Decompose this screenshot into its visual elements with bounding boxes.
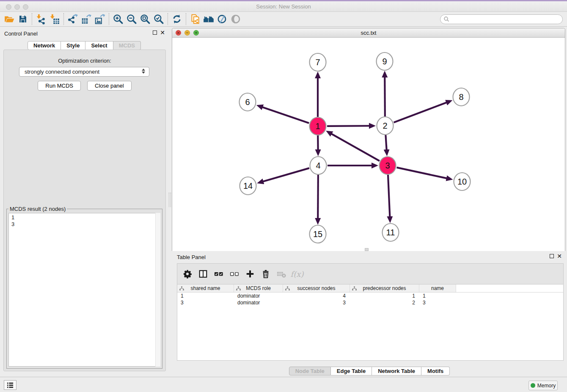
console-button[interactable] <box>4 380 17 390</box>
graph-node-label-1: 1 <box>315 121 320 131</box>
optimization-dropdown[interactable]: strongly connected component <box>19 67 149 77</box>
graph-node-label-14: 14 <box>243 181 253 190</box>
table-cell[interactable]: 2 <box>350 299 419 306</box>
table-cell[interactable]: 1 <box>350 293 419 299</box>
graph-edge-2-8[interactable] <box>394 102 447 123</box>
zoom-selected-icon[interactable] <box>152 13 165 25</box>
zoom-fit-icon[interactable] <box>138 13 152 25</box>
table-container: f(x) shared nameMCDS rolesuccessor nodes… <box>177 263 564 361</box>
close-table-panel-icon[interactable]: ✕ <box>557 254 562 258</box>
eye-disabled-icon[interactable] <box>229 13 242 25</box>
zoom-in-icon[interactable] <box>111 13 125 25</box>
select-all-icon[interactable] <box>213 268 225 280</box>
table-cell[interactable]: 3 <box>177 299 234 306</box>
close-panel-icon[interactable]: ✕ <box>160 30 165 35</box>
float-table-panel-icon[interactable] <box>550 254 554 258</box>
tab-network[interactable]: Network <box>28 41 61 50</box>
toolbar-separator <box>168 13 168 25</box>
table-row[interactable]: 1dominator411 <box>177 293 563 299</box>
toolbar-separator <box>109 13 109 25</box>
toolbar-separator <box>186 13 186 25</box>
save-session-icon[interactable] <box>16 13 30 25</box>
tab-style[interactable]: Style <box>61 41 85 50</box>
control-panel-title: Control Panel <box>4 30 38 37</box>
column-header-predecessor-nodes[interactable]: predecessor nodes <box>350 284 419 292</box>
tab-edge-table[interactable]: Edge Table <box>331 367 372 375</box>
table-row[interactable]: 3dominator323 <box>177 299 563 306</box>
graph-edge-4-15[interactable] <box>318 175 318 219</box>
column-header-name[interactable]: name <box>419 284 456 292</box>
tab-select[interactable]: Select <box>85 41 113 50</box>
graph-edge-3-11[interactable] <box>388 175 390 217</box>
deselect-all-icon[interactable] <box>228 268 240 280</box>
graph-node-label-15: 15 <box>313 229 322 239</box>
close-panel-button[interactable]: Close panel <box>87 81 132 91</box>
graph-edge-2-3[interactable] <box>385 135 386 150</box>
open-session-icon[interactable] <box>3 13 16 25</box>
import-network-icon[interactable] <box>34 13 48 25</box>
graph-edge-1-6[interactable] <box>262 107 309 123</box>
table-cell[interactable]: 3 <box>283 299 350 306</box>
column-layout-icon[interactable] <box>197 268 209 280</box>
export-table-icon[interactable] <box>80 13 93 25</box>
dropdown-value: strongly connected component <box>25 69 99 75</box>
mcds-result-text[interactable]: 1 3 <box>8 213 160 367</box>
zoom-out-icon[interactable] <box>125 13 138 25</box>
memory-status-icon <box>531 383 535 388</box>
graph-node-label-2: 2 <box>383 121 387 130</box>
tab-mcds[interactable]: MCDS <box>113 41 141 50</box>
memory-button[interactable]: Memory <box>528 381 558 390</box>
search-box[interactable] <box>440 14 563 24</box>
optimization-label: Optimization criterion: <box>4 58 165 64</box>
column-flow-icon <box>285 286 290 292</box>
network-window: scc.txt 1234678910111415 <box>172 28 565 251</box>
result-scrollbar[interactable] <box>155 213 160 367</box>
import-table-icon[interactable] <box>48 13 61 25</box>
export-image-icon[interactable] <box>93 13 107 25</box>
graph-edge-3-10[interactable] <box>397 168 447 179</box>
table-cell[interactable]: 3 <box>419 299 456 306</box>
add-column-icon[interactable] <box>244 268 256 280</box>
table-cell[interactable]: dominator <box>234 299 283 306</box>
float-panel-icon[interactable] <box>153 30 157 35</box>
column-header-MCDS-role[interactable]: MCDS role <box>234 284 283 292</box>
chevron-updown-icon <box>142 69 145 74</box>
network-canvas[interactable]: 1234678910111415 <box>172 38 565 251</box>
column-label: MCDS role <box>246 285 271 291</box>
table-panel-title: Table Panel <box>177 254 206 260</box>
graph-edge-3-1[interactable] <box>331 134 379 161</box>
network-titlebar[interactable]: scc.txt <box>172 28 565 38</box>
table-cell[interactable]: 1 <box>177 293 234 299</box>
style-circle-icon[interactable] <box>215 13 229 25</box>
app-titlebar: Session: New Session <box>0 1 567 12</box>
graph-edge-4-14[interactable] <box>263 168 309 182</box>
graph-edge-2-9[interactable] <box>385 77 385 116</box>
column-header-shared-name[interactable]: shared name <box>177 284 234 292</box>
table-cell[interactable]: 1 <box>419 293 456 299</box>
table-toolbar: f(x) <box>177 264 563 284</box>
copy-network-icon[interactable] <box>188 13 202 25</box>
home-neighbors-icon[interactable] <box>202 13 215 25</box>
delete-column-icon[interactable] <box>260 268 272 280</box>
table-tabs: Node TableEdge TableNetwork TableMotifs <box>172 367 567 375</box>
tab-motifs[interactable]: Motifs <box>421 367 450 375</box>
graph-node-label-8: 8 <box>459 92 463 102</box>
resize-handle[interactable] <box>365 248 369 251</box>
table-cell[interactable]: dominator <box>234 293 283 299</box>
tab-node-table[interactable]: Node Table <box>289 367 331 375</box>
splitter-handle[interactable] <box>169 193 171 207</box>
export-network-icon[interactable] <box>66 13 80 25</box>
tab-network-table[interactable]: Network Table <box>372 367 421 375</box>
search-input[interactable] <box>451 15 562 23</box>
column-header-successor-nodes[interactable]: successor nodes <box>283 284 350 292</box>
graph-edge-1-2[interactable] <box>327 126 370 126</box>
refresh-layout-icon[interactable] <box>170 13 184 25</box>
run-mcds-button[interactable]: Run MCDS <box>38 81 81 91</box>
node-table: shared nameMCDS rolesuccessor nodesprede… <box>177 284 563 360</box>
settings-gear-icon[interactable] <box>182 268 193 280</box>
status-bar: Memory <box>0 377 567 392</box>
mcds-result-legend: MCDS result (2 nodes) <box>8 206 67 212</box>
mcds-result-groupbox: MCDS result (2 nodes) 1 3 <box>6 209 162 369</box>
table-cell[interactable]: 4 <box>283 293 350 299</box>
search-icon <box>443 16 449 22</box>
